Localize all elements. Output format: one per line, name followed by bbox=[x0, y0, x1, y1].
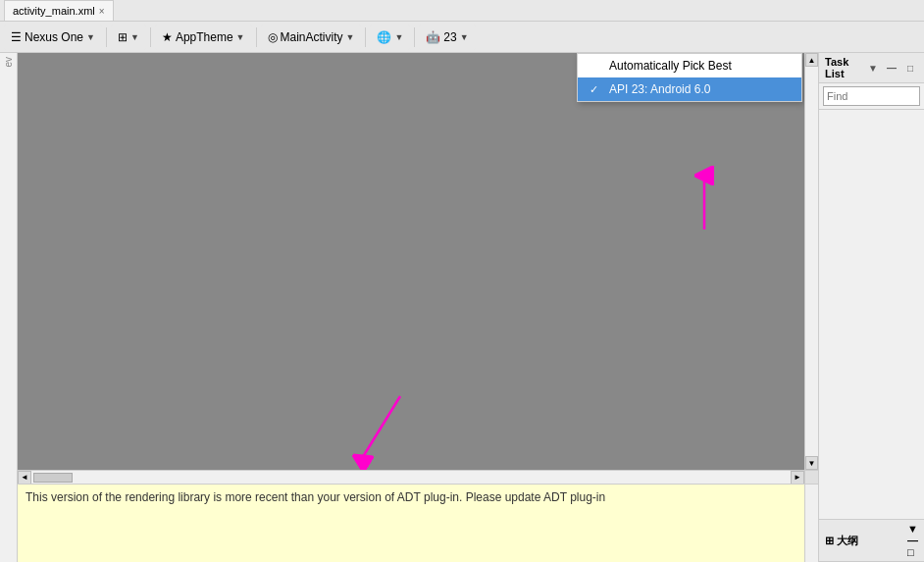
activity-label: MainActivity bbox=[281, 30, 343, 44]
activity-icon: ◎ bbox=[268, 30, 278, 44]
scrollbar-corner bbox=[804, 471, 818, 485]
task-list-minimize-btn[interactable]: — bbox=[884, 60, 899, 76]
separator-3 bbox=[256, 27, 257, 47]
outline-label: 大纲 bbox=[837, 534, 858, 548]
scroll-left-btn[interactable]: ◄ bbox=[18, 471, 31, 485]
theme-icon: ★ bbox=[162, 30, 173, 44]
device-label: Nexus One bbox=[25, 30, 83, 44]
locale-icon: 🌐 bbox=[377, 30, 391, 44]
layout-chevron-icon: ▼ bbox=[130, 32, 139, 42]
dropdown-item-api23[interactable]: ✓ API 23: Android 6.0 bbox=[578, 77, 801, 101]
canvas-content: Automatically Pick Best ✓ API 23: Androi… bbox=[18, 53, 804, 470]
locale-chevron-icon: ▼ bbox=[394, 32, 403, 42]
canvas-scroll-area[interactable]: Automatically Pick Best ✓ API 23: Androi… bbox=[18, 53, 804, 470]
dropdown-item-auto-label: Automatically Pick Best bbox=[609, 59, 732, 73]
left-gutter-label: ev bbox=[3, 57, 14, 68]
right-panel: Task List ▼ — □ ⊞ 大纲 ▼ — □ bbox=[818, 53, 924, 562]
locale-dropdown-btn[interactable]: 🌐 ▼ bbox=[370, 25, 410, 50]
arrow-down-annotation bbox=[18, 53, 804, 470]
scroll-right-btn[interactable]: ► bbox=[791, 471, 804, 485]
scroll-down-btn[interactable]: ▼ bbox=[805, 456, 818, 470]
theme-chevron-icon: ▼ bbox=[236, 32, 245, 42]
dropdown-overlay: Automatically Pick Best ✓ API 23: Androi… bbox=[18, 53, 804, 470]
task-list-header-icons: ▼ — □ bbox=[865, 60, 918, 76]
separator-4 bbox=[365, 27, 366, 47]
tab-close-icon[interactable]: × bbox=[99, 6, 105, 17]
device-chevron-icon: ▼ bbox=[86, 32, 95, 42]
separator-1 bbox=[106, 27, 107, 47]
outline-panel: ⊞ 大纲 ▼ — □ bbox=[819, 519, 924, 562]
outline-header: ⊞ 大纲 ▼ — □ bbox=[819, 520, 924, 562]
task-list-menu-btn[interactable]: ▼ bbox=[865, 60, 881, 76]
task-list-body bbox=[819, 110, 924, 519]
api-label: 23 bbox=[443, 30, 456, 44]
device-dropdown-btn[interactable]: ☰ Nexus One ▼ bbox=[4, 25, 102, 50]
horizontal-scrollbar[interactable]: ◄ ► bbox=[18, 471, 804, 484]
dropdown-item-auto[interactable]: Automatically Pick Best bbox=[578, 54, 801, 77]
api-robot-icon: 🤖 bbox=[426, 30, 440, 44]
find-input[interactable] bbox=[823, 86, 920, 106]
activity-dropdown-btn[interactable]: ◎ MainActivity ▼ bbox=[261, 25, 362, 50]
scrollbar-h-thumb[interactable] bbox=[33, 473, 73, 483]
horizontal-scrollbar-container: ◄ ► bbox=[18, 470, 818, 484]
canvas-area: Automatically Pick Best ✓ API 23: Androi… bbox=[18, 53, 818, 562]
message-area: This version of the rendering library is… bbox=[18, 484, 818, 562]
layout-btn[interactable]: ⊞ ▼ bbox=[111, 25, 146, 50]
separator-5 bbox=[414, 27, 415, 47]
outline-menu-btn[interactable]: ▼ bbox=[907, 523, 918, 535]
api-dropdown-menu[interactable]: Automatically Pick Best ✓ API 23: Androi… bbox=[577, 53, 802, 102]
device-icon: ☰ bbox=[11, 30, 22, 44]
scrollbar-v-track[interactable] bbox=[805, 67, 818, 456]
svg-line-1 bbox=[361, 396, 400, 460]
tab-label: activity_main.xml bbox=[13, 5, 95, 17]
activity-chevron-icon: ▼ bbox=[346, 32, 355, 42]
outline-header-icons: ▼ — □ bbox=[907, 523, 918, 558]
tab-activity-main-xml[interactable]: activity_main.xml × bbox=[4, 0, 114, 21]
message-scrollbar[interactable] bbox=[804, 485, 818, 562]
task-list-maximize-btn[interactable]: □ bbox=[902, 60, 918, 76]
api-chevron-icon: ▼ bbox=[460, 32, 469, 42]
dropdown-item-api23-label: API 23: Android 6.0 bbox=[609, 82, 710, 96]
scroll-up-btn[interactable]: ▲ bbox=[805, 53, 818, 67]
tab-bar: activity_main.xml × bbox=[0, 0, 924, 22]
toolbar: ☰ Nexus One ▼ ⊞ ▼ ★ AppTheme ▼ ◎ MainAct… bbox=[0, 22, 924, 53]
task-list-label: Task List bbox=[825, 56, 865, 79]
main-layout: ev Automatically Pick Best ✓ bbox=[0, 53, 924, 562]
find-field-container bbox=[819, 83, 924, 110]
theme-label: AppTheme bbox=[176, 30, 233, 44]
arrow-up-annotation bbox=[18, 53, 804, 470]
task-list-header: Task List ▼ — □ bbox=[819, 53, 924, 83]
api23-check-icon: ✓ bbox=[590, 83, 603, 96]
outline-minimize-btn[interactable]: — bbox=[907, 535, 918, 546]
message-text: This version of the rendering library is… bbox=[26, 490, 605, 504]
vertical-scrollbar[interactable]: ▲ ▼ bbox=[804, 53, 818, 470]
outline-icon: ⊞ bbox=[825, 535, 834, 547]
separator-2 bbox=[150, 27, 151, 47]
left-gutter: ev bbox=[0, 53, 18, 562]
api-dropdown-btn[interactable]: 🤖 23 ▼ bbox=[419, 25, 475, 50]
outline-maximize-btn[interactable]: □ bbox=[907, 546, 918, 558]
layout-icon: ⊞ bbox=[118, 30, 128, 44]
theme-dropdown-btn[interactable]: ★ AppTheme ▼ bbox=[155, 25, 252, 50]
